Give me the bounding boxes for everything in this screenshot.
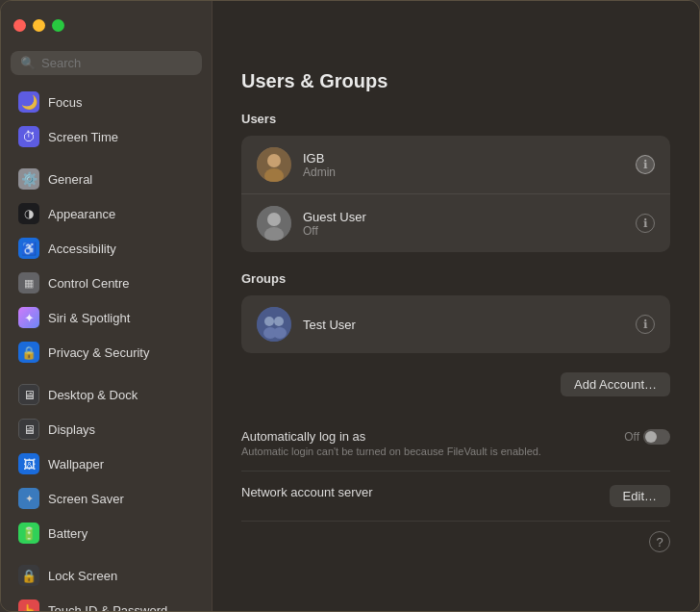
auto-login-sublabel: Automatic login can't be turned on becau…: [241, 446, 614, 457]
appearance-icon: ◑: [18, 203, 39, 224]
search-icon: 🔍: [20, 56, 36, 70]
sidebar-item-controlcentre[interactable]: ▦ Control Centre: [7, 267, 206, 299]
avatar: [257, 307, 291, 342]
sidebar-item-lockscreen[interactable]: 🔒 Lock Screen: [7, 559, 206, 592]
add-account-button[interactable]: Add Account…: [561, 372, 670, 396]
sidebar-item-siri[interactable]: ✦ Siri & Spotlight: [7, 301, 206, 334]
sidebar-item-desktop[interactable]: 🖥 Desktop & Dock: [7, 378, 206, 411]
touchid-icon: 👆: [18, 599, 39, 611]
bottom-bar: ?: [241, 522, 670, 552]
help-button[interactable]: ?: [649, 531, 670, 552]
sidebar-item-label: Focus: [48, 95, 82, 110]
sidebar-item-label: Siri & Spotlight: [48, 311, 130, 325]
sidebar-item-label: Desktop & Dock: [48, 388, 138, 402]
network-server-label-group: Network account server: [241, 485, 600, 499]
focus-icon: 🌙: [18, 91, 39, 113]
privacy-icon: 🔒: [18, 342, 39, 363]
sidebar-item-displays[interactable]: 🖥 Displays: [7, 413, 206, 446]
auto-login-value: Off: [624, 429, 670, 445]
sidebar-item-appearance[interactable]: ◑ Appearance: [7, 197, 206, 230]
siri-icon: ✦: [18, 307, 39, 328]
wallpaper-icon: 🖼: [18, 453, 39, 474]
sidebar-item-accessibility[interactable]: ♿ Accessibility: [7, 232, 206, 265]
sidebar-item-label: Privacy & Security: [48, 345, 149, 360]
main-content-area: Users & Groups Users IGB Admin ℹ: [212, 1, 699, 611]
lockscreen-icon: 🔒: [18, 565, 39, 586]
svg-point-8: [274, 317, 284, 326]
sidebar-item-battery[interactable]: 🔋 Battery: [7, 517, 206, 549]
sidebar-item-screentime[interactable]: ⏱ Screen Time: [7, 120, 206, 153]
group-avatar-svg: [257, 307, 291, 342]
sidebar-item-label: Wallpaper: [48, 457, 104, 472]
sidebar-item-label: Accessibility: [48, 242, 116, 256]
sidebar-item-label: Displays: [48, 422, 95, 437]
users-section-label: Users: [241, 112, 670, 126]
svg-point-4: [267, 213, 281, 226]
user-role: Admin: [303, 166, 624, 179]
user-name: IGB: [303, 151, 624, 166]
sidebar-item-focus[interactable]: 🌙 Focus: [7, 86, 206, 118]
displays-icon: 🖥: [18, 419, 39, 440]
avatar: [257, 147, 291, 182]
sidebar-item-touchid[interactable]: 👆 Touch ID & Password: [7, 594, 206, 611]
sidebar-item-label: Appearance: [48, 207, 115, 221]
user-status: Off: [303, 224, 624, 238]
svg-point-1: [267, 154, 281, 167]
user-name: Guest User: [303, 210, 624, 224]
user-info: IGB Admin: [303, 151, 624, 179]
network-server-row: Network account server Edit…: [241, 472, 670, 522]
page-title: Users & Groups: [241, 70, 670, 92]
search-box[interactable]: 🔍: [11, 51, 202, 75]
sidebar-item-label: Control Centre: [48, 276, 130, 291]
close-button[interactable]: [13, 19, 26, 32]
sidebar-item-label: Battery: [48, 526, 88, 541]
sidebar-item-screensaver[interactable]: ✦ Screen Saver: [7, 482, 206, 515]
minimize-button[interactable]: [33, 19, 45, 32]
testuser-info-button[interactable]: ℹ: [636, 315, 655, 334]
search-input[interactable]: [41, 56, 192, 70]
network-server-label: Network account server: [241, 485, 600, 499]
sidebar-item-label: Screen Time: [48, 130, 118, 144]
sidebar-item-label: General: [48, 172, 92, 187]
toggle-control[interactable]: [643, 429, 670, 445]
user-info: Test User: [303, 318, 624, 332]
accessibility-icon: ♿: [18, 238, 39, 259]
maximize-button[interactable]: [52, 19, 64, 32]
sidebar-item-general[interactable]: ⚙️ General: [7, 163, 206, 195]
traffic-lights: [13, 19, 64, 32]
igb-info-button[interactable]: ℹ: [636, 155, 655, 174]
screentime-icon: ⏱: [18, 126, 39, 147]
svg-point-7: [264, 317, 274, 326]
groups-section-label: Groups: [241, 271, 670, 286]
screensaver-icon: ✦: [18, 488, 39, 509]
auto-login-label: Automatically log in as: [241, 429, 614, 444]
general-icon: ⚙️: [18, 168, 39, 190]
group-name: Test User: [303, 318, 624, 332]
user-info: Guest User Off: [303, 210, 624, 238]
igb-avatar-svg: [257, 147, 291, 182]
table-row[interactable]: Guest User Off ℹ: [241, 194, 670, 252]
sidebar-item-wallpaper[interactable]: 🖼 Wallpaper: [7, 447, 206, 480]
sidebar-item-label: Screen Saver: [48, 492, 124, 506]
guest-avatar-svg: [257, 206, 291, 241]
desktop-icon: 🖥: [18, 384, 39, 405]
table-row[interactable]: IGB Admin ℹ: [241, 136, 670, 194]
groups-card: Test User ℹ: [241, 295, 670, 353]
add-account-row: Add Account…: [241, 372, 670, 396]
auto-login-right: Off: [624, 429, 670, 445]
sidebar-item-privacy[interactable]: 🔒 Privacy & Security: [7, 336, 206, 369]
network-server-right: Edit…: [610, 485, 670, 507]
controlcentre-icon: ▦: [18, 272, 39, 293]
sidebar-item-label: Touch ID & Password: [48, 603, 167, 612]
svg-point-10: [273, 327, 287, 339]
guest-info-button[interactable]: ℹ: [636, 214, 655, 233]
battery-icon: 🔋: [18, 523, 39, 544]
table-row[interactable]: Test User ℹ: [241, 295, 670, 353]
auto-login-row: Automatically log in as Automatic login …: [241, 416, 670, 472]
edit-button[interactable]: Edit…: [610, 485, 670, 507]
avatar: [257, 206, 291, 241]
title-bar: [0, 0, 700, 50]
sidebar-item-label: Lock Screen: [48, 569, 117, 583]
auto-login-label-group: Automatically log in as Automatic login …: [241, 429, 614, 457]
users-card: IGB Admin ℹ Guest User Off: [241, 136, 670, 252]
